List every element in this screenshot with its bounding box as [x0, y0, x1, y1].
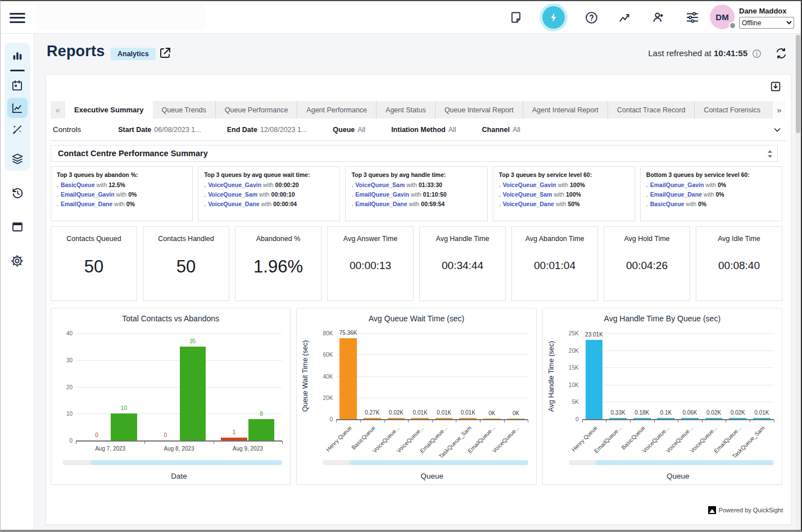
kpi-avg-hold-time: Avg Hold Time00:04:26: [604, 226, 690, 301]
bolt-icon[interactable]: [542, 6, 565, 29]
calendar-icon[interactable]: [7, 75, 28, 96]
powered-by-text: Powered by QuickSight: [719, 507, 783, 513]
tab-agent-performance[interactable]: Agent Performance: [297, 101, 376, 119]
tab-queue-interval-report[interactable]: Queue Interval Report: [435, 101, 523, 119]
y-tick: 20K: [560, 347, 579, 353]
tabs-scroll-left-icon[interactable]: «: [51, 101, 65, 119]
avatar[interactable]: DM: [710, 4, 735, 29]
vertical-scrollbar[interactable]: [795, 34, 801, 530]
tab-agent-interval-report[interactable]: Agent Interval Report: [523, 101, 608, 119]
gear-icon[interactable]: [7, 251, 28, 271]
help-icon[interactable]: [584, 10, 599, 25]
queue-link[interactable]: VoiceQueue_Sam: [355, 181, 405, 188]
queue-link[interactable]: EmailQueue_Dane: [650, 191, 702, 198]
filter-channel[interactable]: ChannelAll: [482, 126, 520, 134]
status-select[interactable]: Offline: [739, 17, 794, 29]
vertical-scrollbar-thumb[interactable]: [796, 35, 800, 133]
filter-queue[interactable]: QueueAll: [333, 126, 365, 134]
summary-cards-row: Top 3 queues by abandon %:.BasicQueue wi…: [51, 166, 782, 221]
user-name: Dane Maddox: [739, 7, 794, 15]
bar-value-label: 10: [121, 405, 127, 411]
summary-card-title: Top 3 queues by avg handle time:: [351, 171, 481, 178]
filter-intiation-method[interactable]: Intiation MethodAll: [391, 126, 456, 134]
history-icon[interactable]: [7, 183, 28, 203]
queue-link[interactable]: BasicQueue: [61, 181, 95, 188]
summary-line: .EmailQueue_Gavin with 0%: [646, 181, 776, 188]
summary-line: .VoiceQueue_Dane with 50%: [499, 201, 629, 207]
tab-queue-trends[interactable]: Queue Trends: [153, 101, 215, 119]
wand-icon[interactable]: [7, 119, 28, 139]
refresh-icon[interactable]: [775, 47, 787, 60]
tab-contact-forensics[interactable]: Contact Forensics: [694, 101, 769, 119]
x-category-label: TaskQueue_Sam: [718, 425, 767, 473]
kpi-avg-idle-time: Avg Idle Time00:08:40: [696, 226, 782, 301]
summary-card-title: Top 3 queues by avg queue wait time:: [204, 171, 334, 178]
x-category-label: TaskQueue_Sam: [424, 425, 473, 473]
kpi-contacts-queued: Contacts Queued50: [51, 226, 137, 301]
tab-contact-trace-record[interactable]: Contact Trace Record: [608, 101, 695, 119]
trend-icon[interactable]: [618, 10, 632, 25]
chart-x-scrollbar-thumb[interactable]: [91, 460, 282, 465]
hamburger-icon[interactable]: [10, 10, 25, 25]
bar-value-label: 0.27K: [365, 410, 379, 416]
external-link-icon[interactable]: [158, 46, 172, 60]
bar-chart-icon[interactable]: [7, 46, 28, 66]
x-category-label: Aug 8, 2023: [144, 445, 213, 452]
queue-link[interactable]: VoiceQueue_Gavin: [208, 181, 261, 188]
bar-value-label: 35: [189, 338, 196, 344]
summary-title-text: Contact Centre Performance Summary: [58, 149, 208, 158]
tab-queue-performance[interactable]: Queue Performance: [215, 101, 297, 119]
summary-card-title: Top 3 queues by service level 60:: [499, 171, 629, 178]
queue-link[interactable]: VoiceQueue_Sam: [208, 191, 257, 198]
queue-link[interactable]: EmailQueue_Gavin: [650, 181, 704, 188]
queue-link[interactable]: EmailQueue_Gavin: [355, 191, 409, 198]
queue-link[interactable]: BasicQueue: [650, 201, 685, 207]
dashboard-panel: « Executive SummaryQueue TrendsQueue Per…: [46, 74, 791, 525]
queue-link[interactable]: EmailQueue_Gavin: [61, 191, 115, 198]
filter-start-date[interactable]: Start Date06/08/2023 1...: [118, 126, 201, 134]
queue-link[interactable]: VoiceQueue_Dane: [208, 201, 259, 207]
x-category-label: Aug 9, 2023: [214, 445, 282, 452]
note-icon[interactable]: [509, 10, 523, 25]
y-tick: 30: [53, 357, 73, 363]
queue-link[interactable]: EmailQueue_Dane: [61, 201, 112, 207]
x-axis-title: Queue: [582, 472, 774, 480]
x-category-label: EmailQueue...: [574, 425, 623, 473]
filter-end-date[interactable]: End Date12/08/2023 1...: [227, 126, 307, 134]
x-category-label: EmailQueue...: [400, 425, 448, 473]
agents-icon[interactable]: [651, 10, 666, 25]
queue-link[interactable]: VoiceQueue_Gavin: [503, 181, 556, 188]
queue-link[interactable]: VoiceQueue_Sam: [503, 191, 552, 198]
summary-line: .EmailQueue_Dane with 0%: [57, 201, 187, 207]
summary-spinner[interactable]: [766, 147, 774, 161]
chart-x-scrollbar-thumb[interactable]: [595, 460, 774, 465]
bar-contacts-2: [248, 419, 274, 440]
bar-value-label: 0.01K: [754, 410, 769, 416]
queue-link[interactable]: VoiceQueue_Dane: [503, 201, 554, 207]
window-icon[interactable]: [7, 217, 28, 237]
chart-x-scrollbar-thumb[interactable]: [350, 460, 528, 465]
sidebar: [1, 34, 34, 530]
summary-card: Top 3 queues by abandon %:.BasicQueue wi…: [51, 166, 193, 221]
download-icon[interactable]: [769, 80, 782, 93]
tab-executive-summary[interactable]: Executive Summary: [65, 101, 153, 119]
bar-value-label: 0: [95, 432, 98, 438]
info-icon[interactable]: [752, 49, 762, 58]
line-chart-icon[interactable]: [7, 98, 28, 118]
kpi-contacts-handled: Contacts Handled50: [143, 226, 229, 301]
queue-link[interactable]: EmailQueue_Dane: [355, 201, 407, 207]
controls-collapse-icon[interactable]: [773, 125, 782, 134]
y-tick: 80K: [314, 330, 333, 337]
tab-agent-status[interactable]: Agent Status: [376, 101, 435, 119]
bar-contacts-1: [180, 347, 206, 440]
app-window: DM Dane Maddox Offline: [0, 0, 802, 532]
summary-line: .VoiceQueue_Sam with 100%: [499, 191, 629, 198]
tabs-scroll-right-icon[interactable]: »: [772, 101, 786, 119]
y-tick: 10: [53, 411, 73, 417]
bar-value-label: 0K: [488, 410, 495, 416]
sliders-icon[interactable]: [685, 10, 700, 25]
logo-redacted: [37, 4, 205, 30]
layers-icon[interactable]: [7, 149, 28, 169]
bar-value-label: 0.01K: [413, 410, 427, 416]
summary-card: Top 3 queues by avg handle time:.VoiceQu…: [345, 166, 487, 221]
